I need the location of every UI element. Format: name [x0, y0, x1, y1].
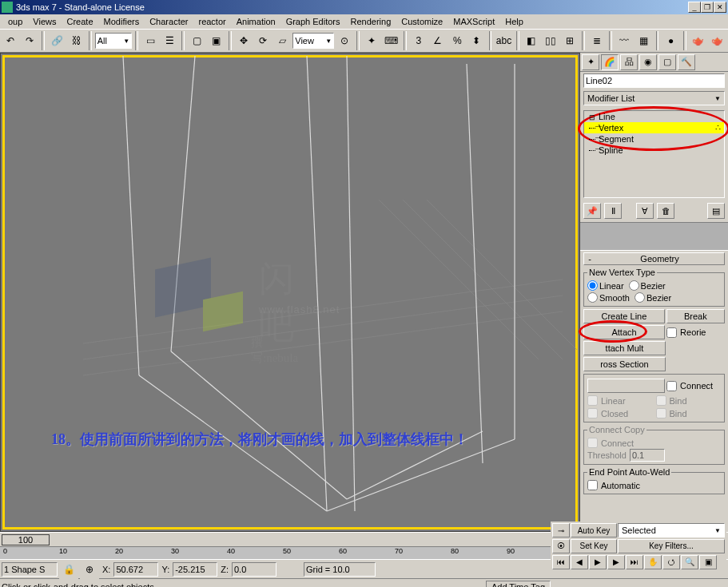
- radio-linear[interactable]: Linear: [587, 280, 624, 291]
- refine-button[interactable]: [587, 379, 665, 393]
- menu-animation[interactable]: Animation: [232, 16, 280, 27]
- modifier-list[interactable]: Modifier List: [583, 91, 725, 105]
- link-button[interactable]: 🔗: [48, 31, 66, 50]
- automatic-checkbox[interactable]: Automatic: [587, 479, 721, 491]
- menu-help[interactable]: Help: [500, 16, 528, 27]
- material-button[interactable]: ●: [662, 31, 679, 50]
- move-button[interactable]: ✥: [235, 31, 253, 50]
- stack-segment[interactable]: Segment: [584, 133, 724, 145]
- show-end-result-icon[interactable]: Ⅱ: [604, 203, 622, 219]
- setkey-button[interactable]: Set Key: [571, 539, 617, 553]
- keyfilters-button[interactable]: Key Filters...: [618, 539, 725, 553]
- attach-mult-button[interactable]: ttach Mult: [583, 341, 666, 355]
- utilities-tab-icon[interactable]: 🔨: [678, 54, 695, 70]
- menu-reactor[interactable]: reactor: [193, 16, 230, 27]
- manip-button[interactable]: ✦: [363, 31, 380, 50]
- time-ruler[interactable]: 0 10 20 30 40 50 60 70 80 90 100: [0, 546, 580, 559]
- menu-rendering[interactable]: Rendering: [346, 16, 396, 27]
- minimize-button[interactable]: _: [688, 2, 701, 13]
- menu-modifiers[interactable]: Modifiers: [99, 16, 145, 27]
- selection-filter[interactable]: All▼: [95, 33, 132, 49]
- layers-button[interactable]: ≣: [588, 31, 606, 50]
- close-button[interactable]: ✕: [714, 2, 726, 13]
- make-unique-icon[interactable]: ∀: [636, 203, 654, 219]
- pan-icon[interactable]: ✋: [644, 555, 662, 569]
- align-button[interactable]: ▯▯: [542, 31, 559, 50]
- closed-checkbox[interactable]: Closed: [587, 407, 653, 419]
- key-icon[interactable]: ⊸: [552, 523, 570, 537]
- pin-stack-icon[interactable]: 📌: [583, 203, 601, 219]
- modifier-stack[interactable]: Line ∴Vertex Segment Spline: [583, 110, 725, 198]
- select-button[interactable]: ▭: [141, 31, 159, 50]
- menu-customize[interactable]: Customize: [396, 16, 448, 27]
- radio-bezier-corner[interactable]: Bezier: [635, 292, 671, 303]
- menu-character[interactable]: Character: [145, 16, 193, 27]
- motion-tab-icon[interactable]: ◉: [639, 54, 657, 70]
- zoom-icon[interactable]: 🔍: [681, 555, 698, 569]
- create-line-button[interactable]: Create Line: [583, 309, 665, 323]
- connect-checkbox[interactable]: [666, 381, 677, 391]
- redo-button[interactable]: ↷: [21, 31, 38, 50]
- rotate-button[interactable]: ⟳: [254, 31, 272, 50]
- create-tab-icon[interactable]: ✦: [582, 54, 599, 70]
- restore-button[interactable]: ❐: [701, 2, 714, 13]
- y-input[interactable]: [175, 565, 215, 574]
- play-icon[interactable]: ▶: [589, 555, 607, 569]
- autokey-button[interactable]: Auto Key: [571, 523, 617, 537]
- undo-button[interactable]: ↶: [2, 31, 19, 50]
- arc-rotate-icon[interactable]: ⭯: [662, 555, 680, 569]
- lock-selection-icon[interactable]: 🔒: [59, 560, 78, 579]
- mirror-button[interactable]: ◧: [523, 31, 540, 50]
- display-tab-icon[interactable]: ▢: [658, 54, 676, 70]
- rollout-geometry[interactable]: -Geometry: [583, 252, 725, 265]
- rect-select-icon[interactable]: ▢: [188, 31, 205, 50]
- prev-frame-icon[interactable]: ◀: [571, 555, 588, 569]
- hierarchy-tab-icon[interactable]: 品: [620, 54, 638, 70]
- reorient-checkbox[interactable]: [666, 327, 677, 338]
- bind1-checkbox[interactable]: Bind: [656, 395, 722, 407]
- angle-snap-button[interactable]: ∠: [429, 31, 447, 50]
- ref-coord[interactable]: View▼: [292, 33, 334, 49]
- maximize-viewport-icon[interactable]: ▣: [699, 555, 717, 569]
- attach-button[interactable]: Attach: [583, 325, 665, 339]
- connect-copy-checkbox[interactable]: Connect: [587, 437, 721, 449]
- menu-grapheditors[interactable]: Graph Editors: [281, 16, 345, 27]
- curve-editor-button[interactable]: 〰: [615, 31, 633, 50]
- threshold-input[interactable]: [630, 449, 665, 462]
- array-button[interactable]: ⊞: [561, 31, 579, 50]
- render-scene-button[interactable]: 🫖: [690, 31, 707, 50]
- spinner-snap-button[interactable]: ⬍: [467, 31, 485, 50]
- snap-button[interactable]: 3: [410, 31, 428, 50]
- stack-root-line[interactable]: Line: [584, 111, 724, 122]
- z-input[interactable]: [234, 565, 274, 574]
- goto-start-icon[interactable]: ⏮: [552, 555, 570, 569]
- goto-end-icon[interactable]: ⏭: [626, 555, 643, 569]
- quick-render-button[interactable]: 🫖: [709, 31, 726, 50]
- remove-modifier-icon[interactable]: 🗑: [657, 203, 674, 219]
- keymode-select[interactable]: Selected▼: [618, 523, 725, 537]
- named-sel-button[interactable]: abc: [495, 31, 512, 50]
- set-key-large-icon[interactable]: ⦿: [552, 539, 570, 553]
- menu-views[interactable]: Views: [28, 16, 61, 27]
- viewport[interactable]: 闪吧 www.flash8.net 撰写:nebula 18。使用前面所讲到的方…: [0, 53, 580, 532]
- break-button[interactable]: Break: [666, 309, 725, 323]
- radio-smooth[interactable]: Smooth: [587, 292, 630, 303]
- absolute-mode-icon[interactable]: ⊕: [80, 560, 99, 579]
- schematic-button[interactable]: ▦: [635, 31, 652, 50]
- menu-maxscript[interactable]: MAXScript: [448, 16, 499, 27]
- keymode-button[interactable]: ⌨: [383, 31, 400, 50]
- time-slider-thumb[interactable]: 100: [2, 534, 50, 545]
- configure-sets-icon[interactable]: ▤: [707, 203, 725, 219]
- stack-spline[interactable]: Spline: [584, 145, 724, 156]
- bind2-checkbox[interactable]: Bind: [656, 407, 722, 419]
- unlink-button[interactable]: ⛓: [68, 31, 86, 50]
- modify-tab-icon[interactable]: 🌈: [601, 54, 619, 70]
- next-frame-icon[interactable]: ▶: [607, 555, 625, 569]
- x-input[interactable]: [116, 565, 156, 574]
- pivot-button[interactable]: ⊙: [336, 31, 353, 50]
- window-crossing-icon[interactable]: ▣: [207, 31, 225, 50]
- radio-bezier[interactable]: Bezier: [629, 280, 666, 291]
- select-name-button[interactable]: ☰: [161, 31, 178, 50]
- linear-checkbox[interactable]: Linear: [587, 395, 653, 407]
- percent-snap-button[interactable]: %: [448, 31, 466, 50]
